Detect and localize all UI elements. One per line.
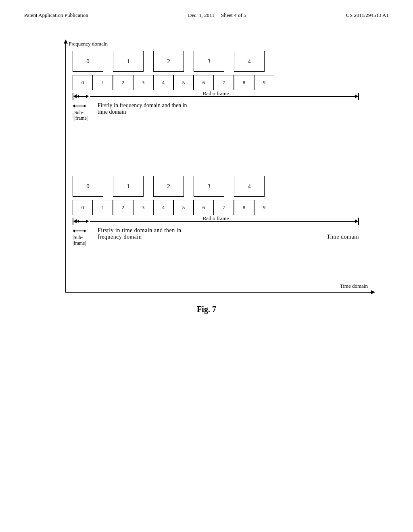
- bottom-radio-frame-row: Radio frame: [73, 217, 359, 226]
- bottom-large-box-1: 1: [113, 176, 144, 197]
- bottom-sf-bracket: |Sub- |frame|: [73, 227, 93, 246]
- bottom-sf-da-line: [75, 231, 84, 231]
- bottom-sf-arrow-right: [86, 220, 89, 223]
- bottom-desc-line2: frequency domain: [98, 234, 142, 240]
- page-header: Patent Application Publication Dec. 1, 2…: [0, 0, 413, 19]
- bottom-small-box-2: 2: [113, 200, 133, 215]
- top-small-box-0: 0: [73, 75, 93, 90]
- top-sf-bracket: | Sub-|frame|: [73, 102, 93, 121]
- time-domain-label: Time domain: [327, 234, 359, 240]
- header-sheet: Sheet 4 of 5: [221, 12, 246, 18]
- top-sf-label: | Sub-|frame|: [73, 110, 93, 121]
- x-axis: [65, 292, 372, 293]
- bottom-small-box-0: 0: [73, 200, 93, 215]
- x-axis-label: Time domain: [340, 283, 368, 289]
- header-center: Dec. 1, 2011 Sheet 4 of 5: [188, 12, 246, 19]
- bottom-rf-arrow-left: [73, 219, 77, 223]
- top-small-box-5: 5: [173, 75, 194, 90]
- bottom-large-box-3: 3: [194, 176, 224, 197]
- main-content: Frequency domain Time domain 0 1 2 3 4 0: [0, 19, 413, 314]
- bottom-small-box-3: 3: [133, 200, 153, 215]
- bottom-sf-label: |Sub- |frame|: [73, 235, 93, 246]
- header-left: Patent Application Publication: [24, 12, 88, 19]
- axes-container: Frequency domain Time domain 0 1 2 3 4 0: [65, 43, 372, 293]
- top-section: 0 1 2 3 4 0 1 2 3 4 5 6 7 8 9: [73, 51, 359, 121]
- top-small-box-7: 7: [214, 75, 234, 90]
- y-axis-arrow: [64, 39, 68, 44]
- bottom-small-box-5: 5: [173, 200, 194, 215]
- bottom-desc-line2-row: frequency domain Time domain: [98, 234, 359, 240]
- top-subframe-row: | Sub-|frame| Firstly in frequency domai…: [73, 102, 359, 121]
- x-axis-arrow: [371, 290, 375, 294]
- bottom-description: Firstly in time domain and then in frequ…: [98, 227, 359, 240]
- y-axis: [65, 43, 66, 293]
- top-desc-line2: time domain: [98, 109, 187, 115]
- top-small-box-1: 1: [93, 75, 113, 90]
- bottom-rf-arrow-right: [355, 219, 358, 223]
- top-large-boxes: 0 1 2 3 4: [73, 51, 359, 72]
- bottom-small-boxes: 0 1 2 3 4 5 6 7 8 9: [73, 200, 359, 215]
- bottom-small-box-6: 6: [194, 200, 214, 215]
- bottom-small-box-1: 1: [93, 200, 113, 215]
- top-description: Firstly in frequency domain and then in …: [98, 102, 187, 115]
- top-large-box-0: 0: [73, 51, 103, 72]
- top-small-box-9: 9: [254, 75, 274, 90]
- top-small-box-4: 4: [153, 75, 173, 90]
- top-small-boxes: 0 1 2 3 4 5 6 7 8 9: [73, 75, 359, 90]
- top-sf-text: Sub-|frame|: [74, 110, 88, 121]
- bottom-large-box-0: 0: [73, 176, 103, 197]
- top-radio-frame-label: Radio frame: [203, 90, 229, 97]
- header-right: US 2011/294513 A1: [346, 12, 389, 19]
- bottom-desc-line1: Firstly in time domain and then in: [98, 227, 359, 234]
- top-sf-line: [79, 96, 86, 97]
- top-large-box-3: 3: [194, 51, 224, 72]
- bottom-subframe-row: |Sub- |frame| Firstly in time domain and…: [73, 227, 359, 246]
- bottom-small-box-9: 9: [254, 200, 274, 215]
- top-small-box-3: 3: [133, 75, 153, 90]
- top-large-box-4: 4: [234, 51, 265, 72]
- bottom-rf-vbar-right: [358, 218, 359, 225]
- figure-caption: Fig. 7: [49, 305, 364, 314]
- y-axis-label: Frequency domain: [69, 41, 108, 47]
- top-rf-vbar-right: [358, 93, 359, 100]
- bottom-sf-double-arrow: [73, 227, 93, 235]
- bottom-sf-line: [79, 221, 86, 222]
- top-subframe-marker: [77, 94, 89, 99]
- bottom-large-box-2: 2: [153, 176, 184, 197]
- bottom-small-box-7: 7: [214, 200, 234, 215]
- header-date: Dec. 1, 2011: [188, 12, 215, 18]
- bottom-subframe-marker: [77, 219, 89, 224]
- top-small-box-8: 8: [234, 75, 254, 90]
- top-large-box-2: 2: [153, 51, 184, 72]
- top-rf-arrow-right: [355, 94, 358, 98]
- bottom-small-box-8: 8: [234, 200, 254, 215]
- top-desc-line1: Firstly in frequency domain and then in: [98, 102, 187, 109]
- top-small-box-6: 6: [194, 75, 214, 90]
- top-sf-da-line: [75, 106, 84, 106]
- bottom-section: 0 1 2 3 4 0 1 2 3 4 5 6 7 8 9: [73, 176, 359, 246]
- bottom-sf-da-right: [84, 229, 86, 233]
- figure-container: Frequency domain Time domain 0 1 2 3 4 0: [49, 43, 364, 314]
- top-sf-double-arrow: [73, 102, 93, 110]
- top-sf-arrow-right: [86, 95, 89, 98]
- top-sf-da-right: [84, 104, 86, 108]
- top-small-box-2: 2: [113, 75, 133, 90]
- top-large-box-1: 1: [113, 51, 144, 72]
- bottom-radio-frame-label: Radio frame: [203, 215, 229, 222]
- top-rf-arrow-left: [73, 94, 77, 98]
- bottom-large-boxes: 0 1 2 3 4: [73, 176, 359, 197]
- bottom-small-box-4: 4: [153, 200, 173, 215]
- bottom-large-box-4: 4: [234, 176, 265, 197]
- top-radio-frame-row: Radio frame: [73, 92, 359, 101]
